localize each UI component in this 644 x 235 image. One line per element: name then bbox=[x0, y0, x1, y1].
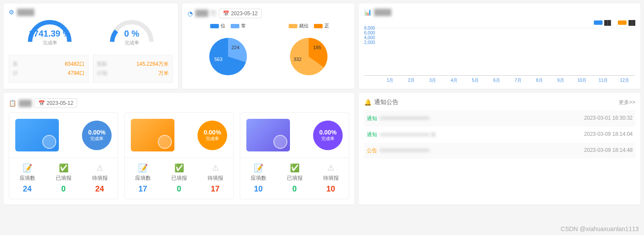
pie-icon: ◔ bbox=[187, 10, 193, 17]
calendar-icon: 📅 bbox=[38, 100, 45, 106]
stat-box-left: 实83482口 计4794口 bbox=[9, 55, 89, 83]
clipboard-icon: 📋 bbox=[9, 100, 16, 107]
title-text: ████ bbox=[17, 9, 34, 16]
card-image bbox=[131, 119, 174, 151]
notice-title: 通知公告 bbox=[374, 98, 399, 106]
bar-chart: 8,000 6,000 4,000 2,000 bbox=[364, 28, 635, 76]
bar-panel: 📊 ████ ██ ██ 8,000 6,000 4,000 2,000 1月2… bbox=[359, 3, 641, 89]
report-card[interactable]: 0.00%完成率📝应填数24✅已填报0⚠待填报24 bbox=[9, 112, 118, 199]
panel-title: ◔ ███ 范 📅 2023-05-12 bbox=[187, 9, 349, 18]
report-panel: 📋 ███ 📅 2023-05-12 0.00%完成率📝应填数24✅已填报0⚠待… bbox=[3, 93, 354, 205]
pie-panel: ◔ ███ 范 📅 2023-05-12 位 常 563 22 bbox=[182, 3, 354, 89]
panel-title: 📋 ███ 📅 2023-05-12 bbox=[9, 98, 349, 108]
stat-item: ✅已填报0 bbox=[45, 163, 82, 194]
card-image bbox=[246, 119, 290, 151]
date-picker[interactable]: 📅 2023-05-12 bbox=[219, 9, 262, 18]
gauge-value: 0 % bbox=[108, 29, 156, 39]
stat-item: ✅已填报0 bbox=[276, 163, 313, 194]
notice-panel: 🔔 通知公告 更多>> 通知xxxxxxxxxxxxxxxxxxx2023-03… bbox=[359, 93, 641, 205]
notice-row[interactable]: 公告xxxxxxxxxxxxxxxxxxx2023-03-09 18:14:48 bbox=[364, 143, 635, 159]
bell-icon: 🔔 bbox=[364, 99, 371, 106]
more-link[interactable]: 更多>> bbox=[619, 99, 635, 106]
completion-circle: 0.00%完成率 bbox=[82, 121, 112, 150]
notice-row[interactable]: 通知xxxxxxxxxxxxxxxxxxx 改2023-03-09 18:14:… bbox=[364, 127, 635, 143]
completion-circle: 0.00%完成率 bbox=[313, 121, 343, 150]
gauge-value: 1741.39 % bbox=[26, 29, 74, 39]
title-text: ███ bbox=[19, 100, 32, 107]
title-text: ███ 范 bbox=[195, 10, 216, 17]
stat-item: 📝应填数10 bbox=[240, 163, 276, 194]
chart-icon: 📊 bbox=[364, 9, 371, 16]
stat-item: ⚠待填报17 bbox=[197, 163, 233, 194]
card-image bbox=[15, 119, 59, 151]
stat-item: ⚠待填报24 bbox=[82, 163, 118, 194]
gauge-1: 1741.39 % 完成率 bbox=[26, 20, 74, 46]
stat-item: 📝应填数24 bbox=[9, 163, 45, 194]
notice-row[interactable]: 通知xxxxxxxxxxxxxxxxxxx2023-03-01 16:30:32 bbox=[364, 111, 635, 127]
calendar-icon: 📅 bbox=[223, 10, 229, 17]
date-picker[interactable]: 📅 2023-05-12 bbox=[34, 98, 77, 108]
completion-panel: ⚙ ████ 1741.39 % 完成率 0 % 完成率 实83482口 bbox=[3, 3, 178, 89]
title-text: ████ bbox=[374, 9, 392, 16]
bar-legend: ██ ██ bbox=[364, 20, 635, 25]
stat-box-right: 实际145.2264万米 计划万米 bbox=[93, 55, 173, 83]
stat-item: ✅已填报0 bbox=[161, 163, 197, 194]
report-card[interactable]: 0.00%完成率📝应填数17✅已填报0⚠待填报17 bbox=[124, 112, 234, 199]
stat-item: 📝应填数17 bbox=[125, 163, 161, 194]
pie-2: 就位 正 332 185 bbox=[285, 23, 333, 81]
pie-1: 位 常 563 224 bbox=[204, 23, 252, 81]
gauge-2: 0 % 完成率 bbox=[108, 20, 156, 46]
gear-icon: ⚙ bbox=[9, 9, 14, 16]
report-card[interactable]: 0.00%完成率📝应填数10✅已填报0⚠待填报10 bbox=[240, 112, 349, 199]
stats-row: 实83482口 计4794口 实际145.2264万米 计划万米 bbox=[9, 55, 173, 83]
panel-title: ⚙ ████ bbox=[9, 9, 173, 16]
completion-circle: 0.00%完成率 bbox=[198, 121, 227, 150]
stat-item: ⚠待填报10 bbox=[313, 163, 349, 194]
panel-title: 📊 ████ bbox=[364, 9, 635, 16]
